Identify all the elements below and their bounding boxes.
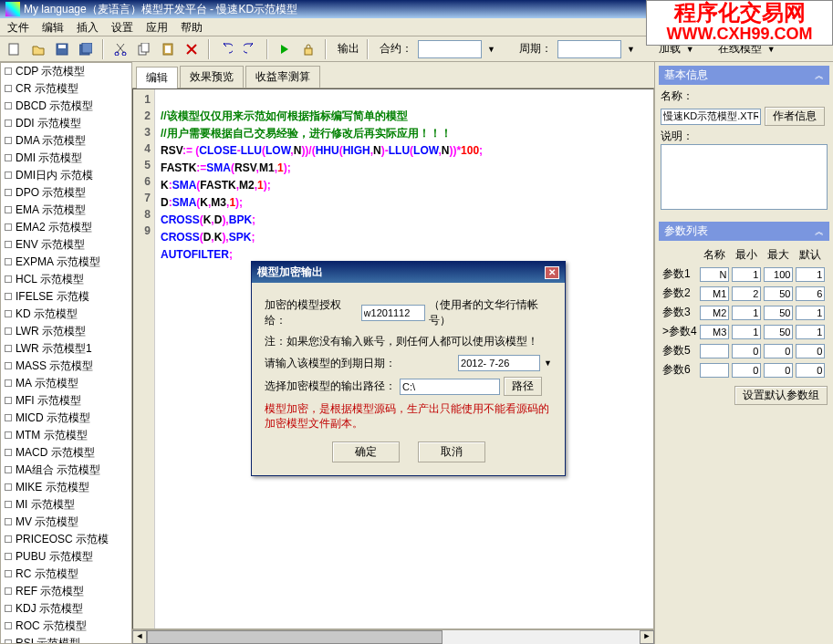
model-tree[interactable]: CDP 示范模型CR 示范模型DBCD 示范模型DDI 示范模型DMA 示范模型… [0, 62, 132, 644]
menu-app[interactable]: 应用 [146, 20, 168, 34]
param-min-input[interactable] [732, 267, 761, 282]
dialog-titlebar[interactable]: 模型加密输出 ✕ [252, 262, 565, 283]
expire-date-input[interactable] [458, 355, 540, 371]
param-def-input[interactable] [796, 267, 825, 282]
param-min-input[interactable] [732, 306, 761, 320]
param-list-header[interactable]: 参数列表 ︽ [659, 222, 829, 241]
tree-item[interactable]: DMI日内 示范模 [1, 167, 131, 184]
tree-item[interactable]: KD 示范模型 [1, 306, 131, 323]
tree-item[interactable]: DMI 示范模型 [1, 150, 131, 167]
tree-item[interactable]: DDI 示范模型 [1, 115, 131, 132]
tree-item[interactable]: MA 示范模型 [1, 375, 131, 392]
delete-button[interactable] [182, 40, 201, 58]
tree-item[interactable]: DPO 示范模型 [1, 184, 131, 202]
tree-item[interactable]: MASS 示范模型 [1, 358, 131, 375]
param-name-input[interactable] [700, 286, 729, 301]
tree-item[interactable]: MA组合 示范模型 [1, 462, 131, 479]
tree-item[interactable]: IFELSE 示范模 [1, 288, 131, 306]
tree-item[interactable]: HCL 示范模型 [1, 271, 131, 288]
open-button[interactable] [29, 40, 47, 58]
tree-item[interactable]: ROC 示范模型 [1, 618, 131, 635]
tree-item[interactable]: MTM 示范模型 [1, 427, 131, 444]
param-max-input[interactable] [764, 306, 793, 320]
tree-item[interactable]: LWR 示范模型1 [1, 340, 131, 358]
param-def-input[interactable] [796, 325, 825, 339]
scroll-right-icon[interactable]: ► [640, 630, 654, 644]
param-def-input[interactable] [796, 344, 825, 358]
set-default-params-button[interactable]: 设置默认参数组 [734, 386, 828, 405]
copy-button[interactable] [135, 40, 153, 58]
param-name-input[interactable] [700, 325, 729, 339]
basic-info-header[interactable]: 基本信息 ︽ [659, 66, 829, 85]
menu-edit[interactable]: 编辑 [42, 20, 64, 34]
param-min-input[interactable] [732, 325, 761, 339]
cut-button[interactable] [111, 40, 130, 58]
menu-insert[interactable]: 插入 [77, 20, 99, 34]
tree-item[interactable]: EMA 示范模型 [1, 202, 131, 219]
menu-settings[interactable]: 设置 [111, 20, 133, 34]
tree-item[interactable]: PUBU 示范模型 [1, 548, 131, 566]
param-name-input[interactable] [700, 344, 729, 358]
tab-edit[interactable]: 编辑 [136, 67, 178, 88]
desc-textarea[interactable] [661, 144, 828, 210]
tree-item[interactable]: PRICEOSC 示范模 [1, 531, 131, 548]
close-icon[interactable]: ✕ [545, 266, 559, 279]
param-min-input[interactable] [732, 344, 761, 358]
tree-item[interactable]: ENV 示范模型 [1, 236, 131, 254]
grant-account-input[interactable] [361, 305, 425, 321]
redo-button[interactable] [241, 40, 259, 58]
horizontal-scrollbar[interactable]: ◄ ► [132, 629, 654, 644]
tree-item[interactable]: EXPMA 示范模型 [1, 254, 131, 271]
param-min-input[interactable] [732, 286, 761, 301]
saveas-button[interactable] [77, 40, 95, 58]
tree-item[interactable]: RC 示范模型 [1, 566, 131, 583]
tree-item[interactable]: LWR 示范模型 [1, 323, 131, 340]
param-max-input[interactable] [764, 325, 793, 339]
tree-item[interactable]: KDJ 示范模型 [1, 600, 131, 618]
contract-input[interactable] [418, 40, 482, 58]
tree-item[interactable]: MICD 示范模型 [1, 410, 131, 427]
output-path-input[interactable] [400, 379, 500, 395]
param-min-input[interactable] [732, 363, 761, 378]
param-max-input[interactable] [764, 286, 793, 301]
chevron-up-icon[interactable]: ︽ [815, 69, 824, 82]
chevron-up-icon[interactable]: ︽ [815, 225, 824, 238]
browse-path-button[interactable]: 路径 [504, 377, 542, 396]
tree-item[interactable]: RSI 示范模型 [1, 635, 131, 644]
param-name-input[interactable] [700, 306, 729, 320]
param-def-input[interactable] [796, 286, 825, 301]
tree-item[interactable]: CDP 示范模型 [1, 63, 131, 80]
period-input[interactable] [557, 40, 621, 58]
undo-button[interactable] [217, 40, 235, 58]
tree-item[interactable]: DBCD 示范模型 [1, 98, 131, 115]
param-max-input[interactable] [764, 267, 793, 282]
tree-item[interactable]: DMA 示范模型 [1, 132, 131, 150]
ok-button[interactable]: 确定 [332, 441, 400, 462]
tree-item[interactable]: EMA2 示范模型 [1, 219, 131, 236]
tree-item[interactable]: CR 示范模型 [1, 80, 131, 98]
cancel-button[interactable]: 取消 [418, 441, 485, 462]
new-button[interactable] [5, 40, 24, 58]
param-def-input[interactable] [796, 363, 825, 378]
scroll-left-icon[interactable]: ◄ [132, 630, 147, 644]
paste-button[interactable] [159, 40, 177, 58]
param-def-input[interactable] [796, 306, 825, 320]
tree-item[interactable]: REF 示范模型 [1, 583, 131, 600]
tree-item[interactable]: MACD 示范模型 [1, 444, 131, 462]
tree-item[interactable]: MIKE 示范模型 [1, 479, 131, 496]
tree-item[interactable]: MFI 示范模型 [1, 392, 131, 410]
param-max-input[interactable] [764, 363, 793, 378]
menu-file[interactable]: 文件 [7, 20, 29, 34]
tree-item[interactable]: MI 示范模型 [1, 496, 131, 514]
param-name-input[interactable] [700, 267, 729, 282]
param-name-input[interactable] [700, 363, 729, 378]
lock-button[interactable] [299, 40, 318, 58]
tab-preview[interactable]: 效果预览 [180, 66, 244, 88]
author-info-button[interactable]: 作者信息 [765, 107, 825, 126]
menu-help[interactable]: 帮助 [181, 20, 203, 34]
tree-item[interactable]: MV 示范模型 [1, 514, 131, 531]
model-name-input[interactable] [661, 109, 761, 125]
save-button[interactable] [53, 40, 71, 58]
tab-yield[interactable]: 收益率测算 [245, 66, 320, 88]
play-button[interactable] [276, 40, 294, 58]
